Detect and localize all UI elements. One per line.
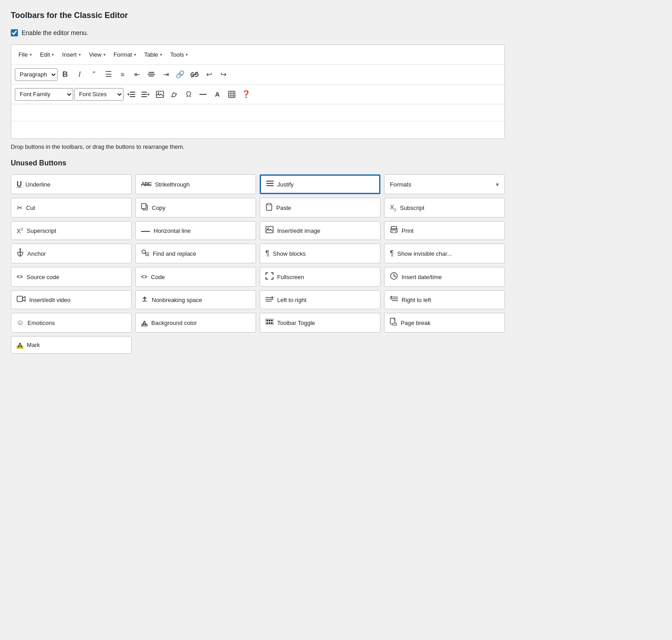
svg-rect-0 xyxy=(149,72,154,73)
svg-rect-55 xyxy=(393,323,397,325)
strikethrough-icon: ABC xyxy=(141,181,151,187)
svg-rect-1 xyxy=(148,74,155,75)
svg-rect-53 xyxy=(271,322,273,324)
unused-rtl[interactable]: Right to left xyxy=(384,290,505,309)
ol-button[interactable]: ≡ xyxy=(116,68,129,81)
unused-superscript[interactable]: X2 Superscript xyxy=(11,221,132,240)
align-right-button[interactable]: ⇥ xyxy=(159,68,172,81)
menu-table[interactable]: Table ▾ xyxy=(141,49,166,60)
tools-arrow-icon: ▾ xyxy=(186,52,188,57)
unused-paste[interactable]: Paste xyxy=(260,198,380,218)
image-button[interactable] xyxy=(153,88,167,101)
view-arrow-icon: ▾ xyxy=(103,52,106,57)
bold-button[interactable]: B xyxy=(58,68,72,81)
svg-rect-48 xyxy=(266,320,268,321)
toolbar-section: File ▾ Edit ▾ Insert ▾ View ▾ Format ▾ T… xyxy=(11,44,505,139)
enable-menu-checkbox[interactable] xyxy=(11,29,18,36)
toolbar-row-4[interactable] xyxy=(11,121,504,138)
unused-print[interactable]: Print xyxy=(384,221,505,240)
help-button[interactable]: ❓ xyxy=(239,88,253,101)
svg-rect-49 xyxy=(269,320,270,321)
unused-insertvideo[interactable]: Insert/edit video xyxy=(11,290,132,309)
forecolor-button[interactable]: A xyxy=(211,88,224,101)
unused-ltr[interactable]: Left to right xyxy=(260,290,380,309)
svg-rect-2 xyxy=(149,76,154,76)
unused-buttons-grid: U Underline ABC Strikethrough Justify Fo… xyxy=(11,174,505,354)
indent-button[interactable] xyxy=(139,88,152,101)
justify-icon xyxy=(266,180,274,188)
svg-rect-50 xyxy=(271,320,273,321)
svg-rect-9 xyxy=(141,96,147,97)
unused-emoticons[interactable]: ☺ Emoticons xyxy=(11,313,132,333)
font-sizes-select[interactable]: Font Sizes xyxy=(74,88,124,101)
page-title: Toolbars for the Classic Editor xyxy=(11,11,505,20)
unused-cut[interactable]: ✂ Cut xyxy=(11,198,132,218)
toolbar-row-3[interactable] xyxy=(11,104,504,121)
unused-sourcecode[interactable]: <> Source code xyxy=(11,267,132,287)
link-button[interactable]: 🔗 xyxy=(173,68,187,81)
font-family-select[interactable]: Font Family xyxy=(15,88,73,101)
outdent-button[interactable] xyxy=(124,88,138,101)
toolbartoggle-icon xyxy=(265,319,274,327)
showblocks-icon: ¶ xyxy=(265,249,270,258)
menu-bar-row: File ▾ Edit ▾ Insert ▾ View ▾ Format ▾ T… xyxy=(11,45,504,65)
unused-code[interactable]: <> Code xyxy=(135,267,256,287)
unused-anchor[interactable]: Anchor xyxy=(11,244,132,263)
unused-insert-image[interactable]: Insert/edit image xyxy=(260,221,380,240)
unused-strikethrough[interactable]: ABC Strikethrough xyxy=(135,174,256,194)
unused-fullscreen[interactable]: Fullscreen xyxy=(260,267,380,287)
unused-insertdatetime[interactable]: Insert date/time xyxy=(384,267,505,287)
ul-button[interactable]: ☰ xyxy=(102,68,115,81)
copy-icon xyxy=(141,203,148,212)
toolbar-row-1: Paragraph B I " ☰ ≡ ⇤ ⇥ 🔗 ↩ ↪ xyxy=(11,65,504,84)
cut-icon: ✂ xyxy=(17,204,22,212)
undo-button[interactable]: ↩ xyxy=(202,68,216,81)
paragraph-select[interactable]: Paragraph xyxy=(15,68,57,81)
unused-showinvisible[interactable]: ¶ Show invisible char... xyxy=(384,244,505,263)
blockquote-button[interactable]: " xyxy=(87,68,101,81)
unused-justify[interactable]: Justify xyxy=(260,174,380,194)
align-center-button[interactable] xyxy=(145,68,158,81)
unused-toolbartoggle[interactable]: Toolbar Toggle xyxy=(260,313,380,333)
unused-mark[interactable]: A Mark xyxy=(11,336,132,354)
italic-button[interactable]: I xyxy=(73,68,86,81)
svg-rect-29 xyxy=(392,231,396,233)
align-left-button[interactable]: ⇤ xyxy=(130,68,144,81)
nbsp-icon xyxy=(141,295,148,304)
unused-formats[interactable]: Formats ▾ xyxy=(384,174,505,194)
rtl-icon xyxy=(390,295,398,304)
menu-view[interactable]: View ▾ xyxy=(85,49,109,60)
unused-pagebreak[interactable]: Page break xyxy=(384,313,505,333)
table-button[interactable] xyxy=(225,88,239,101)
unused-subscript[interactable]: X2 Subscript xyxy=(384,198,505,218)
menu-format[interactable]: Format ▾ xyxy=(110,49,140,60)
unused-bgcolor[interactable]: A Background color xyxy=(135,313,256,333)
hr-button[interactable] xyxy=(196,88,210,101)
unused-hr[interactable]: — Horizontal line xyxy=(135,221,256,240)
anchor-icon xyxy=(17,249,24,258)
bgcolor-icon: A xyxy=(141,319,148,327)
svg-rect-20 xyxy=(266,185,274,186)
menu-insert[interactable]: Insert ▾ xyxy=(58,49,84,60)
formats-arrow-icon: ▾ xyxy=(496,181,499,188)
unused-findreplace[interactable]: Find and replace xyxy=(135,244,256,263)
unlink-button[interactable] xyxy=(188,68,201,81)
redo-button[interactable]: ↪ xyxy=(217,68,230,81)
menu-tools[interactable]: Tools ▾ xyxy=(167,49,191,60)
menu-file[interactable]: File ▾ xyxy=(15,49,35,60)
unused-nbsp[interactable]: Nonbreaking space xyxy=(135,290,256,309)
mark-icon: A xyxy=(17,341,23,349)
paste-icon xyxy=(265,203,273,213)
unused-copy[interactable]: Copy xyxy=(135,198,256,218)
showinvisible-icon: ¶ xyxy=(390,249,394,258)
subscript-icon: X2 xyxy=(390,204,396,212)
svg-rect-7 xyxy=(141,92,147,93)
unused-showblocks[interactable]: ¶ Show blocks xyxy=(260,244,380,263)
menu-edit[interactable]: Edit ▾ xyxy=(36,49,57,60)
eraser-button[interactable] xyxy=(168,88,181,101)
omega-button[interactable]: Ω xyxy=(182,88,195,101)
svg-rect-51 xyxy=(266,322,268,324)
emoticons-icon: ☺ xyxy=(17,319,24,327)
edit-arrow-icon: ▾ xyxy=(52,52,54,57)
unused-underline[interactable]: U Underline xyxy=(11,174,132,194)
